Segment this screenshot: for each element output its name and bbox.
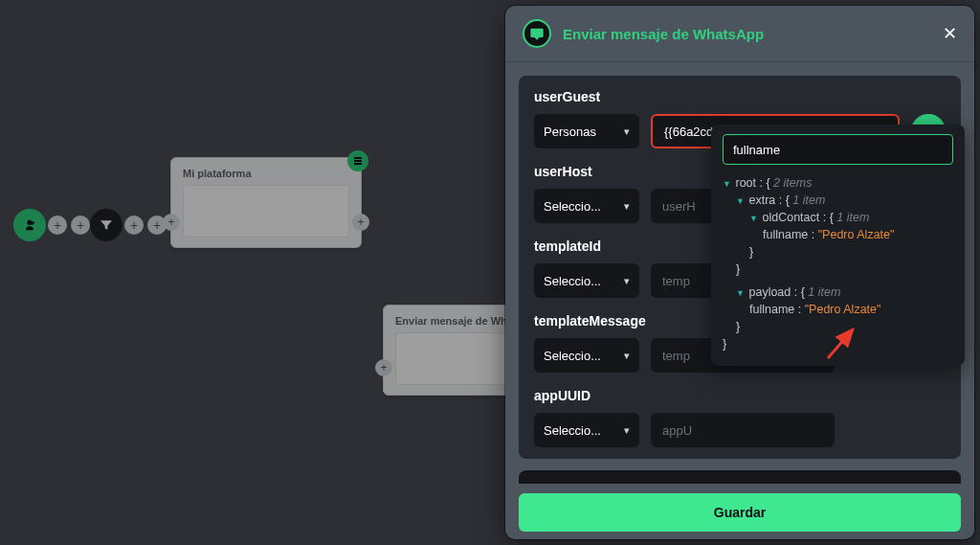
tree-row[interactable]: fullname : "Pedro Alzate"	[723, 301, 953, 318]
variable-picker-popup: ▼ root : { 2 items ▼ extra : { 1 item ▼ …	[711, 125, 965, 366]
chevron-down-icon: ▾	[624, 424, 630, 437]
config-panel: Enviar mensaje de WhatsApp ✕ userGuest P…	[505, 6, 974, 539]
node-badge	[347, 150, 368, 171]
node-title: Mi plataforma	[183, 168, 349, 179]
select-templateid[interactable]: Seleccio... ▾	[534, 263, 639, 298]
select-value: Seleccio...	[544, 274, 601, 288]
select-value: Seleccio...	[544, 349, 601, 363]
panel-body: userGuest Personas ▾ userHost Seleccio..…	[505, 62, 974, 484]
label-appuuid: appUUID	[534, 388, 946, 403]
panel-title: Enviar mensaje de WhatsApp	[563, 26, 931, 42]
chevron-down-icon: ▾	[624, 275, 630, 287]
node-port-in[interactable]: +	[375, 359, 392, 376]
panel-header: Enviar mensaje de WhatsApp ✕	[505, 6, 974, 62]
tree-brace: }	[723, 261, 953, 278]
select-userguest[interactable]: Personas ▾	[534, 114, 639, 148]
tree-brace: }	[723, 335, 953, 352]
node-body	[183, 185, 349, 238]
save-button[interactable]: Guardar	[519, 493, 961, 532]
select-value: Personas	[544, 125, 596, 139]
tree-row[interactable]: ▼ oldContact : { 1 item	[723, 209, 953, 226]
tree-row[interactable]: ▼ payload : { 1 item	[723, 284, 953, 301]
filter-node[interactable]	[90, 209, 122, 241]
select-userhost[interactable]: Seleccio... ▾	[534, 189, 639, 223]
close-button[interactable]: ✕	[943, 23, 957, 44]
node-port-in[interactable]: +	[163, 214, 180, 231]
select-appuuid[interactable]: Seleccio... ▾	[534, 413, 639, 447]
tree-brace: }	[723, 318, 953, 335]
add-connector[interactable]: +	[48, 216, 67, 235]
start-node[interactable]	[13, 209, 46, 241]
tree-row[interactable]: fullname : "Pedro Alzate"	[723, 226, 953, 243]
node-port-out[interactable]: +	[352, 214, 369, 231]
label-userguest: userGuest	[534, 89, 946, 104]
chevron-down-icon: ▾	[624, 350, 630, 362]
whatsapp-icon	[523, 19, 551, 48]
input-appuuid[interactable]	[651, 413, 835, 447]
tree-brace: }	[723, 243, 953, 261]
tree-row[interactable]: ▼ extra : { 1 item	[723, 192, 953, 209]
add-connector[interactable]: +	[124, 216, 144, 235]
panel-footer: Guardar	[505, 484, 974, 539]
select-value: Seleccio...	[544, 199, 601, 214]
add-connector[interactable]: +	[71, 216, 90, 235]
select-templatemessage[interactable]: Seleccio... ▾	[534, 338, 639, 373]
select-value: Seleccio...	[544, 423, 601, 438]
chevron-down-icon: ▾	[624, 125, 630, 138]
picker-search-input[interactable]	[723, 134, 953, 165]
node-card-platform[interactable]: Mi plataforma + +	[170, 157, 362, 248]
chevron-down-icon: ▾	[624, 200, 630, 213]
template-params-block: templateParams +	[519, 470, 961, 484]
tree-row[interactable]: ▼ root : { 2 items	[723, 174, 953, 192]
